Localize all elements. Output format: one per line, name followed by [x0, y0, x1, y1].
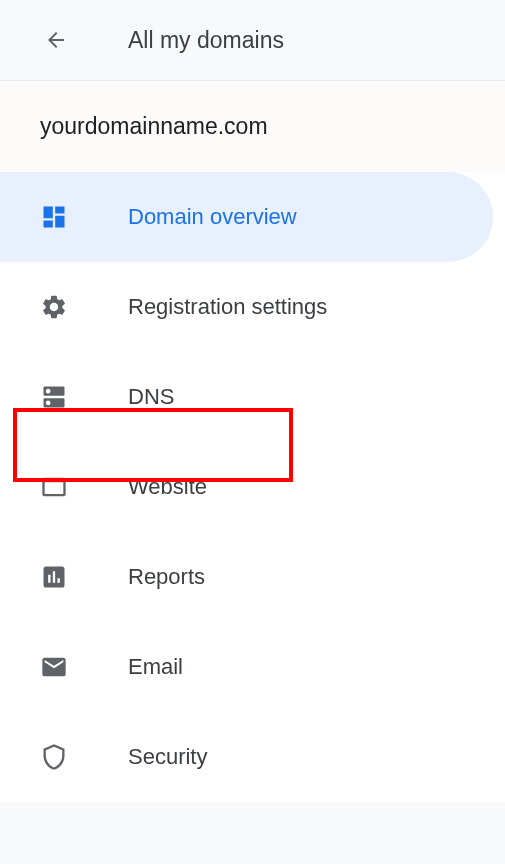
nav-label: Reports — [128, 564, 205, 590]
shield-icon — [40, 743, 68, 771]
email-icon — [40, 653, 68, 681]
website-icon — [40, 473, 68, 501]
nav-item-email[interactable]: Email — [0, 622, 505, 712]
header: All my domains — [0, 0, 505, 80]
nav-item-domain-overview[interactable]: Domain overview — [0, 172, 493, 262]
nav-label: Registration settings — [128, 294, 327, 320]
nav-label: Website — [128, 474, 207, 500]
dashboard-icon — [40, 203, 68, 231]
nav-label: Security — [128, 744, 207, 770]
page-title: All my domains — [128, 27, 284, 54]
nav-item-website[interactable]: Website — [0, 442, 505, 532]
reports-icon — [40, 563, 68, 591]
gear-icon — [40, 293, 68, 321]
domain-section: yourdomainname.com — [0, 81, 505, 172]
nav-label: Domain overview — [128, 204, 297, 230]
nav-list: Domain overview Registration settings DN… — [0, 172, 505, 802]
domain-name: yourdomainname.com — [40, 113, 481, 140]
nav-item-security[interactable]: Security — [0, 712, 505, 802]
nav-item-registration-settings[interactable]: Registration settings — [0, 262, 505, 352]
nav-item-dns[interactable]: DNS — [0, 352, 505, 442]
nav-label: DNS — [128, 384, 174, 410]
nav-label: Email — [128, 654, 183, 680]
dns-icon — [40, 383, 68, 411]
back-arrow-icon[interactable] — [44, 28, 68, 52]
nav-item-reports[interactable]: Reports — [0, 532, 505, 622]
